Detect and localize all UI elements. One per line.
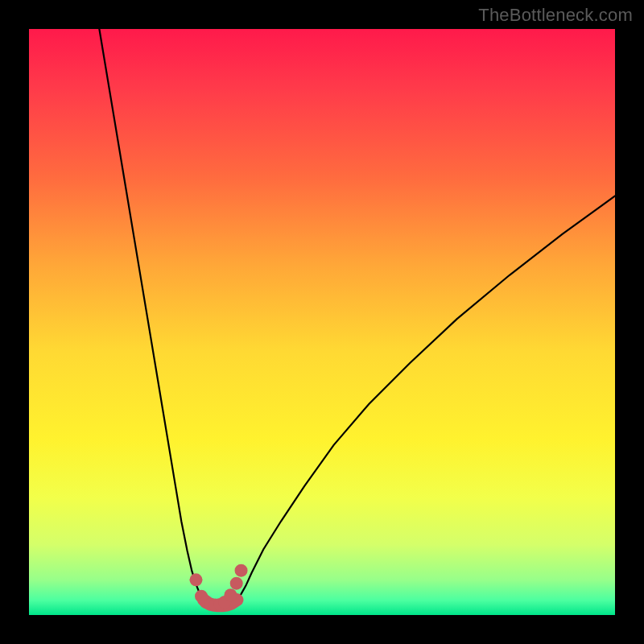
marker-dot — [189, 573, 202, 586]
plot-area — [29, 29, 615, 615]
curve-right-branch — [237, 196, 615, 600]
marker-dot — [230, 577, 243, 590]
marker-dot — [224, 588, 237, 601]
watermark-text: TheBottleneck.com — [478, 5, 633, 26]
outer-frame: TheBottleneck.com — [0, 0, 644, 644]
marker-dot — [235, 564, 248, 577]
curve-left-branch — [99, 29, 204, 600]
chart-svg — [29, 29, 615, 615]
